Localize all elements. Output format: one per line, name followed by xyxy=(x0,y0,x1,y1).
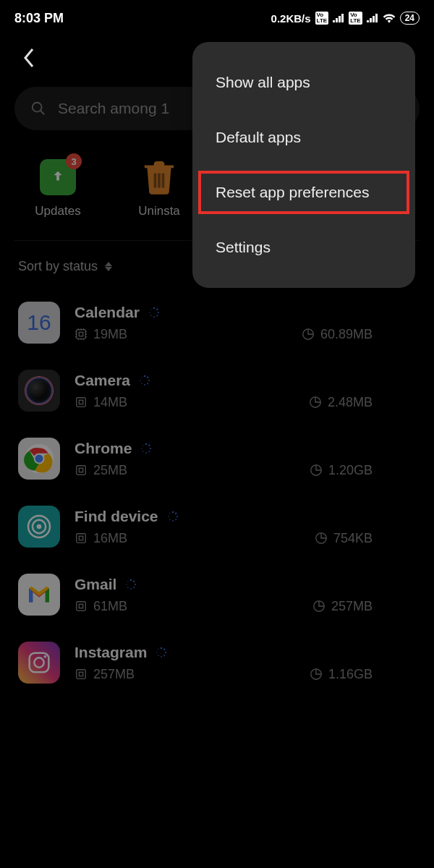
search-placeholder: Search among 1 xyxy=(58,100,169,117)
svg-rect-76 xyxy=(79,604,82,608)
updates-badge: 3 xyxy=(66,153,82,169)
svg-point-74 xyxy=(128,581,129,582)
back-button[interactable] xyxy=(14,43,43,72)
svg-point-80 xyxy=(44,655,47,658)
svg-point-46 xyxy=(145,452,147,454)
svg-point-82 xyxy=(163,648,165,650)
svg-point-72 xyxy=(127,587,129,588)
menu-reset-app-preferences[interactable]: Reset app preferences xyxy=(192,165,415,220)
svg-point-32 xyxy=(144,384,145,386)
svg-point-84 xyxy=(164,655,166,656)
internal-stat: 257MB xyxy=(75,667,135,682)
svg-rect-2 xyxy=(154,174,157,188)
svg-point-29 xyxy=(147,376,148,378)
svg-point-35 xyxy=(141,377,142,378)
app-icon-calendar: 16 xyxy=(18,302,60,344)
status-time: 8:03 PM xyxy=(14,11,64,26)
internal-stat: 25MB xyxy=(75,463,127,478)
storage-stat: 754KB xyxy=(315,531,373,546)
svg-point-42 xyxy=(145,443,148,445)
storage-stat: 2.48MB xyxy=(309,395,373,410)
svg-point-34 xyxy=(140,380,140,380)
svg-point-30 xyxy=(148,379,150,380)
svg-rect-75 xyxy=(77,602,86,611)
app-row-calendar[interactable]: 16 Calendar 19MB 60.89MB xyxy=(18,289,416,357)
internal-stat: 14MB xyxy=(75,395,127,410)
svg-point-31 xyxy=(147,383,148,384)
svg-point-6 xyxy=(156,308,158,310)
quick-updates[interactable]: 3 Updates xyxy=(22,159,94,218)
quick-uninstall-label: Uninsta xyxy=(138,204,180,218)
svg-point-33 xyxy=(141,383,142,384)
svg-point-87 xyxy=(157,652,158,652)
overflow-menu: Show all apps Default apps Reset app pre… xyxy=(192,42,415,288)
loading-icon xyxy=(167,511,179,522)
svg-point-0 xyxy=(33,103,42,112)
loading-icon xyxy=(156,647,167,658)
status-net-speed: 0.2KB/s xyxy=(271,12,311,25)
svg-point-83 xyxy=(165,651,166,652)
svg-point-10 xyxy=(150,315,152,316)
app-name: Gmail xyxy=(75,576,116,593)
storage-stat: 60.89MB xyxy=(302,327,373,342)
svg-rect-65 xyxy=(79,536,82,540)
svg-point-62 xyxy=(168,516,169,516)
svg-point-49 xyxy=(143,445,144,446)
svg-point-5 xyxy=(153,307,156,309)
svg-point-44 xyxy=(150,447,151,448)
app-name: Find device xyxy=(75,508,158,525)
sort-label: Sort by status xyxy=(18,259,98,274)
svg-point-7 xyxy=(158,311,159,312)
quick-uninstall[interactable]: Uninsta xyxy=(123,159,195,218)
svg-point-48 xyxy=(142,448,142,448)
svg-point-68 xyxy=(133,580,135,582)
svg-point-8 xyxy=(156,315,158,316)
svg-point-55 xyxy=(37,524,42,529)
svg-point-79 xyxy=(34,658,43,667)
svg-point-69 xyxy=(135,583,136,584)
svg-rect-4 xyxy=(162,174,165,188)
loading-icon xyxy=(139,375,150,386)
svg-point-71 xyxy=(130,588,132,590)
svg-point-28 xyxy=(144,375,146,377)
search-icon xyxy=(30,101,46,116)
app-row-chrome[interactable]: Chrome 25MB 1.20GB xyxy=(18,425,416,493)
svg-point-45 xyxy=(149,451,150,452)
storage-stat: 1.16GB xyxy=(310,667,373,682)
svg-point-63 xyxy=(169,513,170,514)
svg-point-47 xyxy=(142,451,144,452)
volte-icon-1: VoLTE xyxy=(315,12,329,25)
svg-rect-13 xyxy=(77,330,86,339)
svg-point-9 xyxy=(153,316,155,318)
svg-point-43 xyxy=(148,444,150,446)
app-icon-gmail xyxy=(18,574,60,616)
app-row-find-device[interactable]: Find device 16MB 754KB xyxy=(18,493,416,561)
loading-icon xyxy=(148,307,160,318)
svg-point-60 xyxy=(172,520,174,522)
app-row-instagram[interactable]: Instagram 257MB 1.16GB xyxy=(18,629,416,697)
svg-rect-36 xyxy=(77,398,86,407)
svg-rect-37 xyxy=(79,400,82,404)
svg-rect-89 xyxy=(77,670,86,679)
quick-updates-label: Updates xyxy=(35,204,80,218)
loading-icon xyxy=(140,443,152,454)
svg-rect-3 xyxy=(158,174,161,188)
internal-stat: 16MB xyxy=(75,531,127,546)
status-right: 0.2KB/s VoLTE VoLTE 24 xyxy=(271,12,420,25)
app-icon-instagram xyxy=(18,642,60,684)
svg-rect-64 xyxy=(77,534,86,543)
svg-point-59 xyxy=(175,519,176,520)
svg-rect-50 xyxy=(77,466,86,475)
menu-default-apps[interactable]: Default apps xyxy=(192,110,415,165)
menu-show-all-apps[interactable]: Show all apps xyxy=(192,55,415,110)
app-row-camera[interactable]: Camera 14MB 2.48MB xyxy=(18,357,416,425)
app-row-gmail[interactable]: Gmail 61MB 257MB xyxy=(18,561,416,629)
storage-stat: 1.20GB xyxy=(310,463,373,478)
svg-point-73 xyxy=(127,584,127,584)
updates-icon: 3 xyxy=(40,159,76,195)
menu-settings[interactable]: Settings xyxy=(192,220,415,275)
svg-point-57 xyxy=(175,512,176,514)
battery-icon: 24 xyxy=(400,12,420,25)
svg-rect-51 xyxy=(79,468,82,472)
svg-rect-14 xyxy=(79,332,82,336)
